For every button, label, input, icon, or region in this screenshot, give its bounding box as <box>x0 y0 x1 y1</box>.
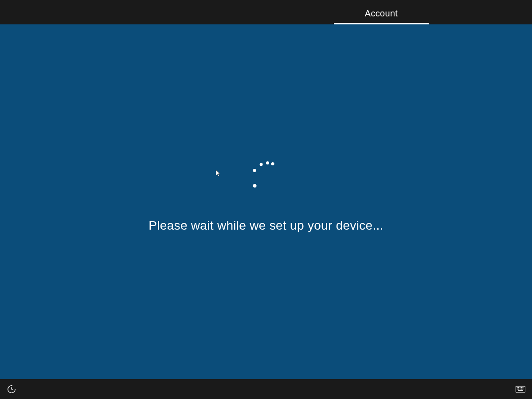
svg-rect-11 <box>520 388 520 389</box>
svg-rect-13 <box>523 388 524 389</box>
svg-rect-5 <box>518 387 519 388</box>
svg-line-2 <box>12 389 13 390</box>
svg-rect-4 <box>517 387 518 388</box>
svg-rect-12 <box>521 388 522 389</box>
setup-status-message: Please wait while we set up your device.… <box>149 219 383 233</box>
svg-rect-9 <box>517 388 518 389</box>
tab-account: Account <box>334 5 429 24</box>
on-screen-keyboard-icon[interactable] <box>516 384 525 394</box>
setup-bottom-bar <box>0 379 532 399</box>
svg-rect-14 <box>518 390 523 391</box>
setup-main-area: Please wait while we set up your device.… <box>0 24 532 379</box>
loading-spinner-icon <box>248 159 284 194</box>
svg-rect-6 <box>520 387 520 388</box>
svg-rect-8 <box>523 387 524 388</box>
setup-top-bar: Account <box>0 0 532 24</box>
svg-rect-7 <box>521 387 522 388</box>
tab-account-label: Account <box>365 8 398 19</box>
svg-rect-10 <box>518 388 519 389</box>
ease-of-access-icon[interactable] <box>7 384 16 394</box>
